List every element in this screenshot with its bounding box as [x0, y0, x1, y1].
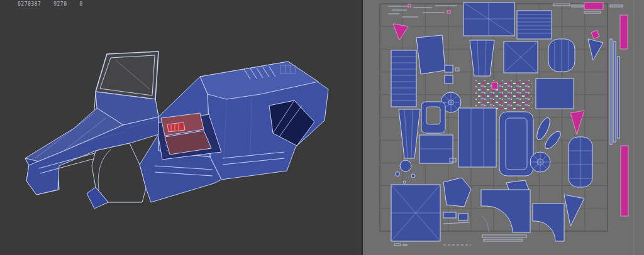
uv-island-debris-top[interactable]: [388, 4, 457, 17]
car-model[interactable]: [25, 52, 328, 209]
viewport-3d-canvas[interactable]: [0, 0, 362, 255]
uv-island-ribbed-strip-left[interactable]: [391, 50, 416, 107]
uv-island-ribbed-panel-top[interactable]: [517, 11, 552, 39]
uv-island-rounded-frame[interactable]: [499, 112, 533, 176]
uv-island-debris-field[interactable]: [475, 80, 531, 109]
stat-polycount: 6270387: [18, 1, 41, 8]
uv-island-fender-arch-1[interactable]: [481, 190, 530, 232]
uv-island-barrel-top-right[interactable]: [548, 39, 575, 72]
uv-island-fender-arch-2[interactable]: [533, 203, 564, 241]
uv-editor-panel[interactable]: [363, 0, 644, 255]
uv-island-door-frame[interactable]: [421, 102, 445, 133]
uv-island-square-bottom-left[interactable]: [391, 185, 440, 241]
uv-island-rect-a[interactable]: [419, 135, 453, 163]
uv-island-magenta-wedge[interactable]: [393, 24, 408, 40]
uv-island-right-strips[interactable]: [610, 5, 628, 216]
uv-island-quad-mid-left[interactable]: [416, 35, 445, 74]
uv-island-small-plates[interactable]: [445, 65, 459, 84]
uv-island-rect-mid-right[interactable]: [536, 79, 574, 109]
uv-island-circles-cluster[interactable]: [396, 160, 416, 183]
uv-editor-canvas[interactable]: [363, 0, 644, 255]
viewport-3d[interactable]: 6270387 9270 0: [0, 0, 362, 255]
uv-island-pentagon[interactable]: [443, 178, 471, 207]
uv-island-wedge-right[interactable]: [588, 39, 603, 60]
uv-island-rect-center[interactable]: [458, 108, 496, 167]
stat-extra: 0: [79, 1, 82, 8]
viewport-stats: 6270387 9270 0: [18, 1, 83, 8]
uv-island-barrel-right[interactable]: [569, 137, 592, 187]
uv-island-rect-b[interactable]: [504, 41, 538, 73]
uv-island-funnel-left[interactable]: [399, 109, 420, 158]
stat-selected: 9270: [53, 1, 67, 8]
uv-island-magenta-cone[interactable]: [570, 111, 584, 134]
uv-island-spoked-wheel[interactable]: [530, 152, 550, 172]
uv-island-cone-bottom-right[interactable]: [564, 195, 584, 226]
car-rear-body[interactable]: [200, 62, 328, 180]
uv-island-magenta-diamond[interactable]: [591, 30, 599, 39]
uv-island-kidney-pair[interactable]: [535, 116, 564, 151]
uv-island-cone-trapezoid[interactable]: [470, 40, 494, 76]
modeling-app-window: 6270387 9270 0: [0, 0, 644, 255]
